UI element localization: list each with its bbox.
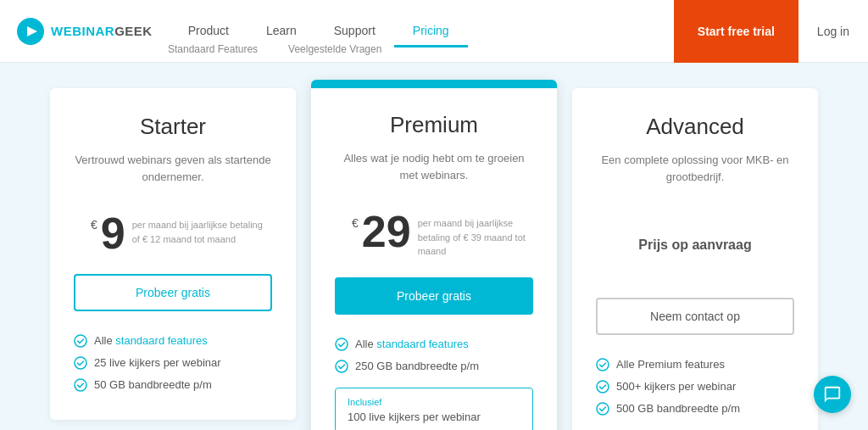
pricing-grid: Starter Vertrouwd webinars geven als sta… bbox=[44, 88, 824, 430]
check-icon bbox=[596, 358, 609, 371]
starter-currency: € bbox=[91, 218, 97, 232]
check-icon bbox=[74, 378, 87, 392]
check-icon bbox=[74, 334, 87, 348]
feature-item: Alle Premium features bbox=[596, 354, 794, 376]
pricing-section: Starter Vertrouwd webinars geven als sta… bbox=[0, 63, 868, 430]
premium-name: Premium bbox=[335, 112, 533, 138]
advanced-desc: Een complete oplossing voor MKB- en groo… bbox=[596, 152, 794, 193]
inclusief-text: 100 live kijkers per webinar bbox=[348, 410, 520, 423]
feature-text: 50 GB bandbreedte p/m bbox=[94, 374, 212, 396]
starter-price-note: per maand bij jaarlijkse betaling of € 1… bbox=[132, 218, 272, 246]
premium-price: € 29 per maand bij jaarlijkse betaling o… bbox=[335, 209, 533, 259]
svg-point-4 bbox=[75, 379, 86, 391]
advanced-price-on-request: Prijs op aanvraag bbox=[596, 211, 794, 279]
feature-text: 500+ kijkers per webinar bbox=[616, 376, 736, 398]
feature-item: 500 GB bandbreedte p/m bbox=[596, 398, 794, 420]
feature-item: Alle standaard features bbox=[335, 333, 533, 355]
check-icon bbox=[335, 338, 348, 351]
start-trial-button[interactable]: Start free trial bbox=[674, 0, 798, 63]
svg-point-2 bbox=[75, 335, 86, 347]
logo[interactable]: WEBINARGEEK bbox=[0, 0, 170, 62]
advanced-name: Advanced bbox=[596, 114, 794, 140]
sub-nav-features[interactable]: Standaard Features bbox=[153, 37, 273, 61]
chat-icon bbox=[823, 385, 842, 404]
feature-item: Alle standaard features bbox=[74, 330, 272, 352]
login-button[interactable]: Log in bbox=[798, 0, 868, 62]
svg-point-3 bbox=[75, 357, 86, 369]
starter-features: Alle standaard features 25 live kijkers … bbox=[74, 330, 272, 396]
plan-starter: Starter Vertrouwd webinars geven als sta… bbox=[50, 88, 296, 420]
header: WEBINARGEEK Product Learn Support Pricin… bbox=[0, 0, 868, 63]
advanced-features: Alle Premium features 500+ kijkers per w… bbox=[596, 354, 794, 420]
logo-text: WEBINARGEEK bbox=[51, 24, 153, 38]
premium-try-button[interactable]: Probeer gratis bbox=[335, 277, 533, 315]
svg-point-7 bbox=[597, 359, 609, 371]
feature-text: 500 GB bandbreedte p/m bbox=[616, 398, 740, 420]
nav-pricing[interactable]: Pricing bbox=[394, 15, 468, 47]
svg-point-5 bbox=[336, 338, 348, 350]
feature-link[interactable]: standaard features bbox=[115, 334, 207, 347]
starter-amount: 9 bbox=[101, 211, 125, 255]
premium-top-bar bbox=[311, 80, 557, 88]
check-icon bbox=[596, 380, 609, 394]
feature-text: 25 live kijkers per webinar bbox=[94, 352, 221, 374]
svg-point-9 bbox=[597, 403, 609, 415]
feature-link[interactable]: standaard features bbox=[376, 338, 468, 350]
feature-text: Alle Premium features bbox=[616, 354, 725, 376]
feature-item: 500+ kijkers per webinar bbox=[596, 376, 794, 398]
chat-bubble[interactable] bbox=[814, 376, 851, 413]
logo-icon bbox=[17, 18, 44, 45]
starter-try-button[interactable]: Probeer gratis bbox=[74, 274, 272, 311]
feature-item: 250 GB bandbreedte p/m bbox=[335, 355, 533, 377]
starter-name: Starter bbox=[74, 114, 272, 140]
sub-nav: Standaard Features Veelgestelde Vragen bbox=[153, 36, 397, 62]
svg-point-8 bbox=[597, 381, 609, 393]
inclusief-box: Inclusief 100 live kijkers per webinar bbox=[335, 388, 533, 431]
check-icon bbox=[74, 356, 87, 370]
check-icon bbox=[335, 360, 348, 373]
premium-currency: € bbox=[352, 216, 359, 230]
plan-premium: Premium Alles wat je nodig hebt om te gr… bbox=[311, 80, 557, 430]
inclusief-label: Inclusief bbox=[348, 397, 520, 407]
sub-nav-faq[interactable]: Veelgestelde Vragen bbox=[273, 37, 397, 61]
plan-advanced: Advanced Een complete oplossing voor MKB… bbox=[572, 88, 818, 430]
premium-desc: Alles wat je nodig hebt om te groeien me… bbox=[335, 150, 533, 191]
header-actions: Start free trial Log in bbox=[674, 0, 868, 62]
starter-price: € 9 per maand bij jaarlijkse betaling of… bbox=[74, 211, 272, 255]
advanced-contact-button[interactable]: Neem contact op bbox=[596, 298, 794, 335]
starter-desc: Vertrouwd webinars geven als startende o… bbox=[74, 152, 272, 193]
feature-item: 50 GB bandbreedte p/m bbox=[74, 374, 272, 396]
premium-price-note: per maand bij jaarlijkse betaling of € 3… bbox=[418, 216, 533, 259]
feature-text: 250 GB bandbreedte p/m bbox=[355, 355, 479, 377]
svg-point-6 bbox=[336, 360, 348, 372]
feature-item: 25 live kijkers per webinar bbox=[74, 352, 272, 374]
premium-features: Alle standaard features 250 GB bandbreed… bbox=[335, 333, 533, 377]
check-icon bbox=[596, 402, 609, 416]
premium-amount: 29 bbox=[362, 209, 411, 254]
